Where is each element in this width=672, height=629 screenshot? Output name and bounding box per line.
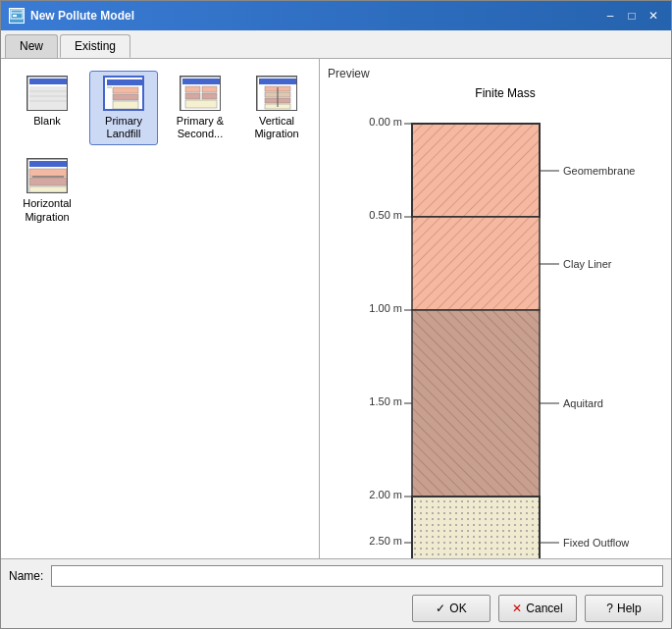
model-label-vertical-migration: Vertical Migration [247, 115, 306, 140]
svg-rect-31 [29, 169, 67, 177]
svg-text:Fixed Outflow: Fixed Outflow [563, 537, 629, 549]
svg-rect-21 [185, 100, 217, 108]
model-icon-blank [26, 76, 68, 111]
svg-rect-56 [412, 217, 540, 310]
svg-rect-4 [29, 79, 67, 84]
svg-rect-19 [202, 86, 217, 92]
ok-checkmark-icon: ✓ [436, 602, 445, 615]
model-item-blank[interactable]: Blank [13, 71, 81, 145]
right-panel: Preview Finite Mass 0.00 m 0.50 m [320, 59, 671, 558]
svg-rect-16 [182, 79, 220, 84]
model-item-horizontal-migration[interactable]: Horizontal Migration [13, 153, 81, 228]
model-label-primary-landfill: Primary Landfill [94, 115, 153, 140]
svg-rect-0 [11, 10, 23, 19]
svg-text:Clay Liner: Clay Liner [563, 258, 612, 270]
button-row: ✓ OK ✕ Cancel ? Help [9, 595, 663, 622]
main-content: Blank Pri [1, 58, 671, 558]
svg-rect-18 [185, 93, 200, 99]
svg-rect-30 [29, 161, 67, 167]
svg-rect-59 [412, 310, 540, 497]
tab-existing[interactable]: Existing [60, 34, 130, 58]
maximize-button[interactable]: □ [622, 6, 642, 26]
name-row: Name: [9, 565, 663, 587]
name-input[interactable] [51, 565, 663, 587]
svg-rect-13 [113, 101, 138, 109]
model-item-vertical-migration[interactable]: Vertical Migration [242, 71, 311, 145]
title-controls: – □ ✕ [600, 6, 663, 26]
model-grid: Blank Pri [9, 67, 311, 233]
help-icon: ? [606, 602, 613, 615]
title-bar: New Pollute Model – □ ✕ [1, 1, 671, 30]
svg-rect-20 [202, 93, 217, 99]
svg-rect-53 [412, 124, 540, 217]
tabs-row: New Existing [1, 30, 671, 58]
svg-rect-33 [29, 186, 67, 192]
close-button[interactable]: ✕ [644, 6, 663, 26]
svg-text:0.00 m: 0.00 m [369, 116, 402, 128]
model-label-horizontal-migration: Horizontal Migration [18, 197, 77, 223]
svg-rect-2 [13, 15, 17, 17]
window-title: New Pollute Model [30, 9, 134, 23]
name-label: Name: [9, 569, 43, 583]
bottom-bar: Name: ✓ OK ✕ Cancel ? Help [1, 558, 671, 628]
ok-button[interactable]: ✓ OK [412, 595, 491, 622]
left-panel: Blank Pri [1, 59, 320, 558]
svg-rect-17 [185, 86, 200, 92]
svg-text:Geomembrane: Geomembrane [563, 165, 635, 177]
model-label-primary-second: Primary & Second... [171, 115, 230, 140]
help-button[interactable]: ? Help [585, 595, 663, 622]
dialog-window: New Pollute Model – □ ✕ New Existing [0, 0, 672, 629]
preview-area: Finite Mass 0.00 m 0.50 m 1.00 m [328, 86, 663, 558]
preview-diagram: 0.00 m 0.50 m 1.00 m 1.50 m 2.00 m [353, 104, 638, 558]
svg-text:2.00 m: 2.00 m [369, 489, 402, 500]
title-bar-left: New Pollute Model [9, 8, 134, 24]
svg-rect-5 [29, 86, 67, 110]
model-icon-primary-landfill [103, 76, 144, 111]
svg-rect-12 [113, 94, 138, 100]
model-icon-primary-second [180, 76, 221, 111]
model-label-blank: Blank [33, 115, 61, 128]
svg-rect-62 [412, 497, 540, 558]
diagram-title: Finite Mass [412, 86, 598, 100]
preview-label: Preview [328, 67, 663, 80]
help-label: Help [617, 602, 642, 615]
svg-text:0.50 m: 0.50 m [369, 209, 402, 221]
diagram-container: Finite Mass 0.00 m 0.50 m 1.00 m [353, 86, 638, 558]
ok-label: OK [449, 602, 466, 615]
minimize-button[interactable]: – [600, 6, 620, 26]
tab-new[interactable]: New [5, 34, 58, 58]
cancel-x-icon: ✕ [512, 602, 522, 615]
model-item-primary-second[interactable]: Primary & Second... [166, 71, 234, 145]
svg-text:Aquitard: Aquitard [563, 397, 603, 409]
cancel-label: Cancel [526, 602, 562, 615]
svg-rect-11 [113, 87, 138, 93]
svg-text:2.50 m: 2.50 m [369, 535, 402, 547]
model-item-primary-landfill[interactable]: Primary Landfill [89, 71, 158, 145]
cancel-button[interactable]: ✕ Cancel [498, 595, 577, 622]
app-icon [9, 8, 25, 24]
svg-text:1.00 m: 1.00 m [369, 302, 402, 314]
model-icon-vertical-migration [256, 76, 297, 111]
model-icon-horizontal-migration [26, 158, 68, 193]
svg-text:1.50 m: 1.50 m [369, 395, 402, 407]
svg-rect-10 [107, 79, 144, 85]
svg-rect-32 [29, 178, 67, 185]
svg-rect-23 [259, 79, 296, 84]
